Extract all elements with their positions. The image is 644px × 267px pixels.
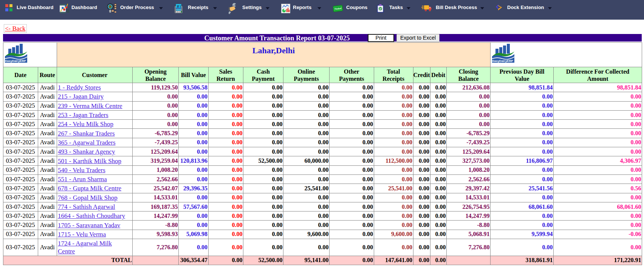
svg-text:EasyDairyERP: EasyDairyERP [5,59,26,63]
svg-text:EasyDairyERP: EasyDairyERP [492,59,513,63]
